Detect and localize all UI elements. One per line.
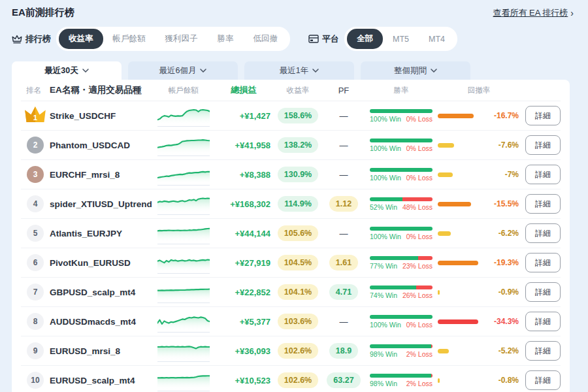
win-rate-bar bbox=[370, 315, 433, 319]
column-header: 排名 bbox=[21, 86, 50, 95]
table-row: 5 Atlantis_EURJPY +¥44,144 105.6% — 100%… bbox=[21, 219, 561, 248]
win-rate-cell: 100% Win 0% Loss bbox=[365, 315, 438, 329]
platform-pill-2[interactable]: MT4 bbox=[419, 30, 455, 48]
return-badge: 105.6% bbox=[278, 225, 318, 241]
column-header: 帳戶餘額 bbox=[153, 86, 214, 95]
balance-sparkline bbox=[157, 281, 210, 303]
platform-filter-label: 平台 bbox=[308, 33, 339, 45]
return-badge: 104.1% bbox=[278, 284, 318, 300]
win-rate-bar bbox=[370, 109, 433, 113]
rank-badge: 3 bbox=[27, 166, 44, 183]
period-tab-0[interactable]: 最近30天 bbox=[12, 61, 122, 80]
balance-sparkline bbox=[157, 252, 210, 274]
drawdown-value: -34.3% bbox=[481, 317, 520, 326]
drawdown-cell: -15.5% bbox=[438, 199, 520, 208]
loss-label: 0% Loss bbox=[406, 144, 433, 152]
drawdown-value: -0.9% bbox=[481, 287, 520, 297]
column-header: PF bbox=[323, 86, 365, 95]
period-tab-1[interactable]: 最近6個月 bbox=[128, 61, 238, 80]
drawdown-value: -16.7% bbox=[481, 111, 520, 120]
win-rate-cell: 98% Win 2% Loss bbox=[365, 374, 438, 387]
rank-badge: 4 bbox=[27, 195, 44, 212]
chevron-down-icon bbox=[200, 69, 206, 73]
drawdown-bar bbox=[438, 143, 454, 148]
detail-button[interactable]: 詳細 bbox=[525, 223, 561, 243]
pf-badge: 4.71 bbox=[329, 284, 358, 300]
period-tab-2[interactable]: 最近1年 bbox=[244, 61, 354, 80]
detail-button[interactable]: 詳細 bbox=[525, 341, 561, 361]
rank-badge: 8 bbox=[27, 313, 44, 330]
win-label: 100% Win bbox=[370, 115, 401, 123]
balance-sparkline bbox=[157, 105, 210, 127]
balance-sparkline bbox=[157, 369, 210, 391]
rank-badge: 7 bbox=[27, 284, 44, 301]
detail-button[interactable]: 詳細 bbox=[525, 282, 561, 302]
loss-label: 0% Loss bbox=[406, 233, 433, 240]
return-badge: 103.6% bbox=[278, 314, 318, 329]
win-label: 100% Win bbox=[370, 233, 401, 240]
metric-pill-4[interactable]: 低回撤 bbox=[244, 29, 288, 49]
return-badge: 130.9% bbox=[278, 167, 318, 182]
rank-filter-label: 排行榜 bbox=[12, 33, 51, 45]
period-tab-3[interactable]: 整個期間 bbox=[361, 61, 470, 80]
crown-rank-icon: 1 bbox=[24, 105, 46, 127]
period-tab-label: 最近6個月 bbox=[159, 65, 197, 76]
rank-badge: 2 bbox=[27, 137, 44, 154]
win-rate-bar bbox=[370, 168, 433, 172]
loss-label: 2% Loss bbox=[406, 380, 433, 387]
win-rate-cell: 77% Win 23% Loss bbox=[365, 256, 438, 270]
pf-badge: 18.9 bbox=[329, 343, 358, 359]
ea-name: EURUSD_scalp_mt4 bbox=[50, 376, 153, 385]
ea-name: Atlantis_EURJPY bbox=[50, 229, 153, 238]
metric-pill-2[interactable]: 獲利因子 bbox=[155, 29, 208, 49]
detail-button[interactable]: 詳細 bbox=[525, 135, 561, 155]
drawdown-cell: -16.7% bbox=[438, 111, 520, 120]
filter-row: 排行榜 收益率帳戶餘額獲利因子勝率低回撤 平台 全部MT5MT4 bbox=[0, 19, 588, 51]
leaderboard-card: 排名EA名稱・適用交易品種帳戶餘額總損益收益率PF勝率回撤率 1 Strike_… bbox=[12, 80, 570, 392]
pf-badge: 63.27 bbox=[327, 372, 360, 388]
period-tab-label: 整個期間 bbox=[394, 65, 427, 76]
view-all-link[interactable]: 查看所有 EA 排行榜 › bbox=[493, 7, 574, 19]
return-badge: 102.6% bbox=[278, 372, 318, 388]
return-badge: 102.6% bbox=[278, 343, 318, 359]
detail-button[interactable]: 詳細 bbox=[525, 312, 561, 331]
drawdown-cell: -5.2% bbox=[438, 346, 520, 355]
column-header: EA名稱・適用交易品種 bbox=[50, 84, 153, 96]
win-label: 100% Win bbox=[370, 174, 401, 182]
rank-badge: 9 bbox=[27, 342, 44, 359]
metric-pill-1[interactable]: 帳戶餘額 bbox=[103, 29, 155, 49]
drawdown-cell: -34.3% bbox=[438, 317, 520, 326]
win-label: 77% Win bbox=[370, 262, 397, 270]
detail-button[interactable]: 詳細 bbox=[525, 370, 561, 390]
detail-button[interactable]: 詳細 bbox=[525, 194, 561, 214]
metric-pill-3[interactable]: 勝率 bbox=[208, 29, 244, 49]
drawdown-cell: -0.9% bbox=[438, 287, 520, 297]
drawdown-value: -7.6% bbox=[481, 140, 520, 150]
rank-badge: 6 bbox=[27, 254, 44, 271]
platform-pill-1[interactable]: MT5 bbox=[383, 30, 419, 48]
drawdown-bar bbox=[438, 378, 440, 383]
column-header: 勝率 bbox=[365, 86, 438, 95]
return-badge: 114.9% bbox=[278, 196, 318, 212]
drawdown-value: -0.8% bbox=[481, 376, 520, 385]
table-row: 6 PivotKun_EURUSD +¥27,919 104.5% 1.61 7… bbox=[21, 248, 561, 278]
loss-label: 23% Loss bbox=[402, 262, 433, 270]
total-profit: +¥5,377 bbox=[214, 317, 273, 327]
loss-label: 2% Loss bbox=[406, 350, 433, 358]
detail-button[interactable]: 詳細 bbox=[525, 165, 561, 184]
loss-label: 0% Loss bbox=[406, 321, 433, 329]
drawdown-bar bbox=[438, 349, 449, 353]
detail-button[interactable]: 詳細 bbox=[525, 106, 561, 125]
column-header: 回撤率 bbox=[438, 86, 520, 95]
metric-pill-0[interactable]: 收益率 bbox=[59, 29, 103, 49]
total-profit: +¥8,388 bbox=[214, 170, 273, 180]
ea-name: PivotKun_EURUSD bbox=[50, 258, 153, 268]
platform-pill-0[interactable]: 全部 bbox=[347, 29, 383, 49]
win-rate-bar bbox=[370, 374, 433, 378]
win-label: 52% Win bbox=[370, 203, 397, 211]
pf-value: — bbox=[340, 170, 348, 180]
total-profit: +¥1,427 bbox=[214, 111, 273, 121]
win-rate-cell: 74% Win 26% Loss bbox=[365, 286, 438, 299]
table-row: 1 Strike_USDCHF +¥1,427 158.6% — 100% Wi… bbox=[21, 101, 561, 131]
detail-button[interactable]: 詳細 bbox=[525, 253, 561, 272]
